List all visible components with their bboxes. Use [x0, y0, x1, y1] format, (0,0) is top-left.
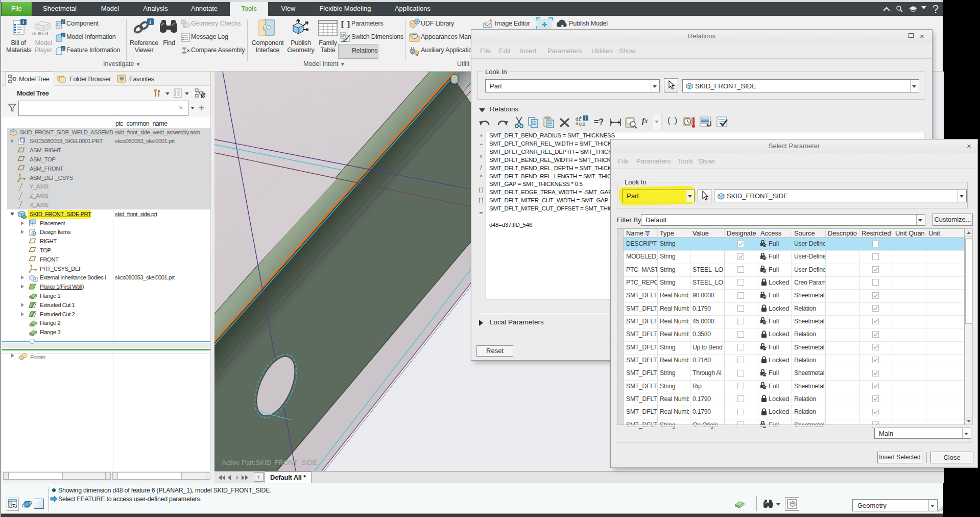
svg-text:Active Part:SKID_FRONT_SIDE: Active Part:SKID_FRONT_SIDE [222, 459, 317, 466]
svg-text:i: i [22, 19, 24, 25]
svg-text:❋: ❋ [119, 76, 124, 82]
svg-text:0.0: 0.0 [579, 122, 585, 127]
